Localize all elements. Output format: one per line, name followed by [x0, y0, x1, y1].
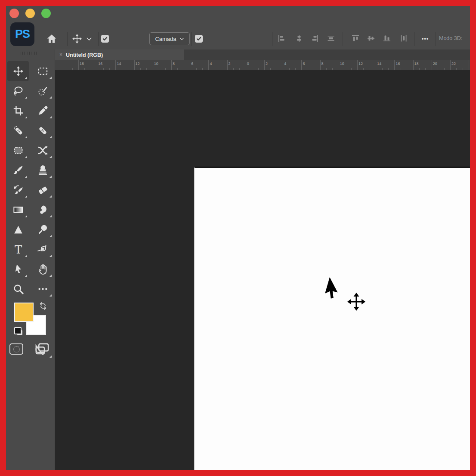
ruler-tick	[208, 60, 209, 70]
layer-select-dropdown[interactable]: Camada	[149, 32, 190, 45]
default-colors-icon[interactable]	[14, 327, 23, 336]
move-tool-option-icon[interactable]	[71, 33, 83, 44]
ruler: 18161412108642024681012141618202224	[55, 60, 470, 70]
swap-colors-icon[interactable]	[39, 302, 47, 310]
tool-crop[interactable]	[7, 101, 29, 121]
auto-select-checkbox[interactable]	[101, 35, 109, 43]
mode-3d-label: Modo 3D:	[439, 35, 462, 41]
flyout-indicator	[25, 96, 27, 99]
tool-eraser[interactable]	[32, 180, 53, 200]
align-bottom-edges-icon[interactable]	[383, 34, 391, 43]
layer-select-label: Camada	[155, 36, 176, 42]
flyout-indicator	[49, 294, 52, 297]
align-vertical-centers-distribute-icon[interactable]	[327, 34, 335, 43]
pointer-arrow-cursor	[324, 276, 346, 303]
flyout-indicator	[25, 275, 27, 277]
tool-gradient[interactable]	[7, 200, 29, 219]
ruler-tick	[246, 60, 246, 70]
tool-brush[interactable]	[7, 160, 29, 180]
flyout-indicator	[49, 255, 52, 257]
tool-eyedropper[interactable]	[32, 101, 53, 121]
check-icon	[196, 36, 202, 42]
flyout-indicator	[49, 96, 52, 99]
screen-mode-button[interactable]	[34, 342, 50, 356]
flyout-indicator	[49, 195, 52, 198]
brush-icon	[12, 164, 24, 176]
svg-text:T: T	[14, 244, 22, 255]
ruler-label: 6	[303, 62, 305, 66]
eyedropper-icon	[37, 105, 49, 117]
align-horizontal-centers-icon[interactable]	[295, 34, 303, 43]
distribute-horizontally-icon[interactable]	[399, 34, 408, 43]
tool-clone-stamp[interactable]	[32, 160, 53, 180]
tool-healing-brush[interactable]	[32, 121, 53, 140]
ruler-tick	[227, 60, 228, 70]
flyout-indicator	[49, 355, 52, 358]
flyout-indicator	[49, 77, 52, 79]
tool-spot-healing[interactable]	[7, 121, 29, 140]
tool-quick-select[interactable]	[32, 81, 53, 101]
tab-close-icon[interactable]: ×	[59, 52, 62, 58]
tool-lasso[interactable]	[7, 81, 29, 101]
ruler-tick	[413, 60, 414, 70]
pen-icon	[37, 244, 49, 255]
tool-smudge[interactable]	[32, 200, 53, 219]
tool-sharpen[interactable]	[7, 219, 29, 239]
gradient-icon	[12, 204, 24, 216]
ruler-label: 6	[191, 62, 193, 66]
flyout-indicator	[25, 136, 27, 138]
tool-grid: T	[7, 61, 53, 299]
ruler-label: 4	[210, 62, 212, 66]
document-tab[interactable]: × Untiteld (RGB)	[55, 49, 184, 60]
divider	[67, 32, 68, 46]
quick-mask-button[interactable]	[9, 343, 23, 355]
align-top-edges-icon[interactable]	[351, 34, 360, 43]
tool-patch[interactable]	[7, 140, 29, 160]
tool-content-aware-move[interactable]	[32, 140, 53, 160]
transform-controls-checkbox[interactable]	[195, 35, 203, 43]
tool-hand[interactable]	[32, 259, 53, 279]
ruler-tick	[97, 60, 97, 70]
ruler-label: 12	[136, 62, 140, 66]
ruler-label: 2	[266, 62, 268, 66]
ruler-label: 18	[414, 62, 419, 66]
rect-marquee-icon	[37, 65, 49, 77]
divider	[414, 32, 414, 46]
ruler-label: 0	[247, 62, 249, 66]
ruler-tick	[469, 60, 469, 70]
window-frame: PS Camada	[0, 0, 476, 476]
tool-dodge[interactable]	[32, 219, 53, 239]
ruler-tick	[134, 60, 135, 70]
align-right-edges-icon[interactable]	[311, 34, 319, 43]
align-left-edges-icon[interactable]	[277, 34, 286, 43]
chevron-down-icon[interactable]	[86, 33, 93, 44]
document-tab-bar: × Untiteld (RGB)	[55, 49, 470, 60]
tool-pen[interactable]	[32, 239, 53, 259]
minimize-button[interactable]	[25, 9, 35, 18]
hand-icon	[37, 263, 49, 275]
tool-zoom[interactable]	[7, 279, 29, 299]
tool-path-select[interactable]	[7, 259, 29, 279]
close-button[interactable]	[9, 9, 19, 18]
tool-more-tools[interactable]	[32, 279, 53, 299]
panel-grip-handle[interactable]	[21, 52, 38, 55]
ruler-tick	[190, 60, 190, 70]
tool-history-brush[interactable]	[7, 180, 29, 200]
tool-rect-marquee[interactable]	[32, 61, 53, 81]
zoom-button[interactable]	[41, 9, 51, 18]
flyout-indicator	[49, 116, 52, 118]
home-icon[interactable]	[46, 33, 57, 44]
foreground-swatch[interactable]	[14, 303, 34, 322]
align-middle-icon[interactable]	[367, 34, 375, 43]
tool-move[interactable]	[7, 61, 29, 81]
ruler-tick	[376, 60, 376, 70]
divider	[98, 32, 99, 46]
tool-type[interactable]: T	[7, 239, 29, 259]
more-align-options-button[interactable]: •••	[420, 34, 430, 43]
ruler-tick	[115, 60, 116, 70]
photoshop-logo[interactable]: PS	[10, 22, 34, 46]
crop-icon	[12, 105, 24, 117]
check-icon	[102, 36, 108, 42]
move-icon	[12, 65, 24, 77]
smudge-icon	[37, 204, 49, 216]
